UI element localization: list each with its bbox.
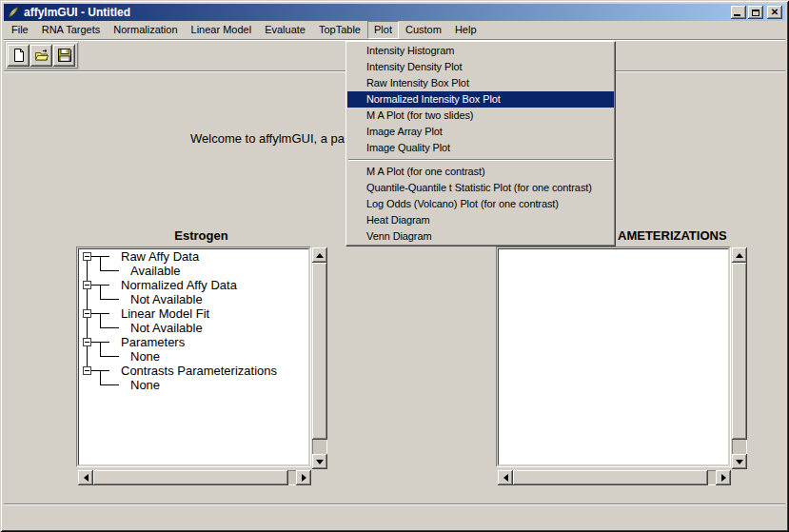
feather-icon	[7, 6, 20, 19]
menu-file[interactable]: File	[5, 21, 35, 39]
open-folder-icon	[34, 48, 49, 63]
scroll-right-button[interactable]	[716, 470, 731, 485]
menu-item-intensity-histogram[interactable]: Intensity Histogram	[347, 43, 614, 59]
tree-collapse-toggle[interactable]	[83, 309, 91, 318]
window-title: affylmGUI - Untitled	[24, 6, 729, 19]
right-panel-title: AMETERIZATIONS	[618, 228, 727, 243]
tree-drop-line	[100, 343, 101, 357]
arrow-left-icon	[503, 474, 508, 482]
left-vertical-scrollbar[interactable]	[312, 247, 327, 469]
left-horizontal-scrollbar[interactable]	[78, 470, 311, 485]
vertical-scroll-thumb[interactable]	[312, 263, 327, 440]
tree-node-status[interactable]: Not Available	[130, 292, 203, 306]
horizontal-scroll-thumb[interactable]	[513, 470, 708, 485]
tree-child-line	[100, 384, 119, 385]
tree-node-label[interactable]: Raw Affy Data	[121, 249, 199, 264]
menu-rna-targets[interactable]: RNA Targets	[35, 21, 108, 39]
status-tree-listbox-inner: Raw Affy Data Available Normalized Affy …	[78, 248, 309, 465]
arrow-up-icon	[736, 253, 743, 258]
tree-collapse-toggle[interactable]	[83, 338, 91, 346]
tree-child-line	[100, 299, 119, 300]
horizontal-scroll-thumb[interactable]	[93, 470, 288, 485]
tree-child-line	[100, 327, 119, 328]
scroll-down-button[interactable]	[732, 454, 747, 469]
menu-item-log-odds-volcano-plot[interactable]: Log Odds (Volcano) Plot (for one contras…	[347, 196, 614, 212]
menu-item-raw-intensity-box-plot[interactable]: Raw Intensity Box Plot	[347, 75, 614, 91]
menu-separator	[348, 159, 613, 161]
scroll-down-button[interactable]	[312, 454, 327, 469]
arrow-down-icon	[736, 460, 743, 464]
close-button[interactable]: ✕	[767, 6, 782, 19]
tree-child-line	[100, 356, 119, 357]
maximize-icon	[752, 10, 759, 16]
tree-node-status[interactable]: Not Available	[130, 321, 203, 335]
tree-drop-line	[100, 371, 101, 385]
toolbar	[6, 42, 78, 69]
new-file-button[interactable]	[8, 45, 30, 67]
tree-drop-line	[100, 257, 101, 271]
arrow-up-icon	[316, 253, 324, 258]
tree-child-line	[100, 270, 119, 271]
status-tree: Raw Affy Data Available Normalized Affy …	[79, 249, 308, 464]
scroll-left-button[interactable]	[78, 470, 93, 485]
menu-item-heat-diagram[interactable]: Heat Diagram	[347, 212, 614, 228]
menu-item-image-array-plot[interactable]: Image Array Plot	[347, 124, 614, 140]
menu-item-intensity-density-plot[interactable]: Intensity Density Plot	[347, 59, 614, 75]
menu-plot[interactable]: Plot	[367, 21, 399, 39]
menu-normalization[interactable]: Normalization	[107, 21, 184, 39]
tree-collapse-toggle[interactable]	[83, 366, 91, 375]
menu-help[interactable]: Help	[448, 21, 483, 39]
save-floppy-icon	[57, 48, 72, 63]
menu-item-ma-plot-two-slides[interactable]: M A Plot (for two slides)	[347, 108, 614, 124]
tree-node-label[interactable]: Linear Model Fit	[121, 306, 209, 321]
right-vertical-scrollbar[interactable]	[732, 247, 747, 469]
right-horizontal-scrollbar[interactable]	[498, 470, 731, 485]
menu-item-qq-t-statistic-plot[interactable]: Quantile-Quantile t Statistic Plot (for …	[347, 180, 614, 196]
contrasts-listbox-inner	[498, 248, 729, 465]
menu-item-ma-plot-one-contrast[interactable]: M A Plot (for one contrast)	[347, 164, 614, 180]
tree-drop-line	[100, 286, 101, 300]
close-icon: ✕	[771, 8, 779, 17]
minimize-button[interactable]	[731, 6, 746, 19]
menubar: File RNA Targets Normalization Linear Mo…	[4, 21, 785, 40]
open-file-button[interactable]	[30, 45, 52, 67]
scroll-left-button[interactable]	[498, 470, 513, 485]
tree-collapse-toggle[interactable]	[83, 281, 91, 289]
new-document-icon	[11, 48, 27, 63]
menu-item-venn-diagram[interactable]: Venn Diagram	[347, 228, 614, 245]
arrow-down-icon	[316, 460, 324, 464]
menu-toptable[interactable]: TopTable	[312, 21, 367, 39]
contrasts-listbox[interactable]	[496, 246, 731, 467]
tree-node-label[interactable]: Normalized Affy Data	[121, 278, 237, 292]
save-file-button[interactable]	[53, 45, 75, 67]
plot-menu-popup: Intensity Histogram Intensity Density Pl…	[345, 41, 616, 246]
menu-evaluate[interactable]: Evaluate	[258, 21, 312, 39]
maximize-button[interactable]	[748, 6, 763, 19]
vertical-scroll-thumb[interactable]	[732, 263, 747, 440]
menu-custom[interactable]: Custom	[399, 21, 448, 39]
app-window: affylmGUI - Untitled ✕ File RNA Targets …	[0, 0, 789, 532]
menu-linear-model[interactable]: Linear Model	[185, 21, 259, 39]
tree-node-status[interactable]: Available	[130, 264, 181, 278]
left-panel-title: Estrogen	[76, 228, 326, 243]
client-area-bottom-border	[4, 503, 785, 505]
tree-node-status[interactable]: None	[130, 378, 160, 392]
menu-item-normalized-intensity-box-plot[interactable]: Normalized Intensity Box Plot	[347, 91, 614, 108]
tree-node-label[interactable]: Contrasts Parameterizations	[121, 364, 277, 378]
tree-collapse-toggle[interactable]	[83, 252, 91, 261]
arrow-right-icon	[721, 474, 726, 482]
arrow-right-icon	[302, 474, 306, 482]
scroll-up-button[interactable]	[312, 247, 327, 263]
welcome-text: Welcome to affylmGUI, a pa	[190, 131, 345, 146]
scroll-up-button[interactable]	[732, 247, 747, 263]
tree-node-status[interactable]: None	[130, 349, 160, 364]
titlebar[interactable]: affylmGUI - Untitled ✕	[4, 4, 785, 21]
status-tree-listbox[interactable]: Raw Affy Data Available Normalized Affy …	[76, 246, 311, 467]
scroll-right-button[interactable]	[296, 470, 311, 485]
tree-drop-line	[100, 314, 101, 328]
arrow-left-icon	[84, 474, 89, 482]
tree-node-label[interactable]: Parameters	[121, 335, 185, 349]
minimize-icon	[734, 14, 740, 16]
menu-item-image-quality-plot[interactable]: Image Quality Plot	[347, 140, 614, 156]
